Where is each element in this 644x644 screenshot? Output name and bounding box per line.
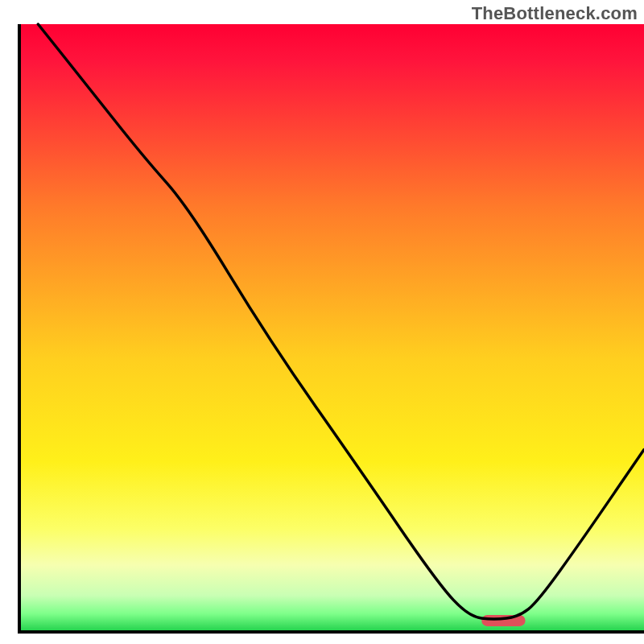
bottleneck-chart	[0, 0, 644, 644]
optimal-marker	[481, 615, 525, 626]
chart-container: TheBottleneck.com	[0, 0, 644, 644]
chart-background	[19, 24, 644, 632]
watermark-text: TheBottleneck.com	[472, 3, 638, 24]
